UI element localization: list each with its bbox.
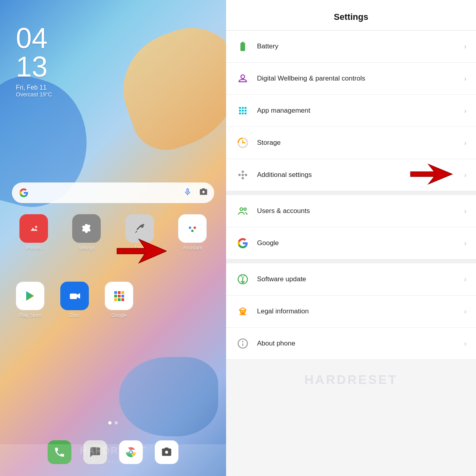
svg-point-6 — [194, 226, 196, 229]
camera-icon[interactable] — [199, 188, 208, 198]
settings-item-legal[interactable]: Legal information › — [226, 296, 476, 328]
wellbeing-label: Digital Wellbeing & parental controls — [257, 74, 460, 83]
svg-marker-32 — [411, 164, 452, 184]
apps-icon — [236, 104, 250, 118]
svg-point-1 — [35, 226, 37, 228]
app-duo[interactable]: Duo — [60, 282, 89, 318]
wellbeing-chevron: › — [464, 75, 466, 83]
users-icon — [236, 204, 250, 218]
apps-label: App management — [257, 106, 460, 115]
photos-label: Photos — [26, 245, 41, 251]
settings-item-wellbeing[interactable]: Digital Wellbeing & parental controls › — [226, 63, 476, 95]
battery-icon — [236, 39, 250, 54]
settings-item-storage[interactable]: Storage › — [226, 127, 476, 159]
settings-list: Battery › Digital Wellbeing & parental c… — [226, 31, 476, 360]
bottom-dock — [48, 440, 178, 464]
bg-blob-3 — [119, 357, 218, 436]
clock-weather: Overcast 19°C — [16, 91, 52, 98]
duo-icon — [60, 282, 89, 310]
users-label: Users & accounts — [257, 207, 460, 215]
google-logo — [18, 187, 29, 198]
svg-rect-18 — [114, 298, 117, 301]
watermark-right-area: HARDRESET — [226, 360, 476, 399]
dock-phone[interactable] — [48, 440, 71, 464]
playstore-label: Play Store — [19, 313, 41, 318]
app-row-1: Photos Settings Tools — [12, 214, 214, 251]
legal-label: Legal information — [257, 307, 460, 316]
dock-camera[interactable] — [155, 440, 178, 464]
svg-point-30 — [245, 174, 247, 176]
battery-chevron: › — [464, 42, 466, 51]
app-assistant[interactable]: Assistant — [178, 214, 207, 251]
app-settings[interactable]: Settings — [72, 214, 101, 251]
settings-item-google[interactable]: Google › — [226, 227, 476, 259]
svg-point-25 — [241, 75, 244, 79]
google-icon — [236, 236, 250, 250]
svg-marker-11 — [77, 293, 80, 299]
phone-settings-arrow — [115, 237, 167, 267]
battery-label: Battery — [257, 42, 460, 51]
dot-2 — [115, 421, 118, 424]
svg-point-29 — [239, 174, 240, 176]
settings-icon — [72, 214, 101, 243]
update-label: Software update — [257, 275, 460, 284]
svg-point-21 — [126, 447, 136, 457]
app-playstore[interactable]: Play Store — [16, 282, 44, 318]
svg-point-7 — [191, 230, 194, 232]
photos-icon — [19, 214, 48, 243]
update-chevron: › — [464, 275, 466, 284]
google-apps-icon — [105, 282, 133, 310]
settings-item-additional[interactable]: Additional settings › — [226, 159, 476, 191]
svg-point-24 — [130, 451, 132, 453]
svg-marker-9 — [26, 291, 34, 301]
phone-screen: 04 13 Fri, Feb 11 Overcast 19°C — [0, 0, 226, 476]
settings-panel: Settings Battery › Digital Wellbeing & p… — [226, 0, 476, 476]
settings-item-update[interactable]: Software update › — [226, 263, 476, 296]
search-bar[interactable] — [12, 182, 214, 203]
svg-point-33 — [240, 208, 243, 211]
app-google[interactable]: Google — [105, 282, 133, 318]
settings-app-label: Settings — [78, 245, 95, 251]
app-row-2: Play Store Duo — [12, 282, 214, 318]
about-label: About phone — [257, 339, 460, 348]
additional-settings-arrow — [409, 162, 456, 188]
google-label: Google — [111, 313, 127, 318]
svg-point-34 — [244, 208, 246, 210]
svg-point-27 — [242, 171, 244, 173]
svg-point-0 — [27, 222, 40, 235]
storage-icon — [236, 136, 250, 150]
app-photos[interactable]: Photos — [19, 214, 48, 251]
dock-messages[interactable] — [83, 440, 107, 464]
svg-point-31 — [242, 177, 244, 179]
svg-rect-20 — [121, 298, 124, 301]
svg-rect-15 — [114, 295, 117, 298]
watermark-left-sub: INFO — [106, 459, 121, 464]
additional-chevron: › — [464, 171, 466, 179]
divider-2 — [226, 259, 476, 263]
settings-item-users[interactable]: Users & accounts › — [226, 195, 476, 227]
svg-rect-14 — [121, 291, 124, 294]
clock-hour: 04 — [16, 24, 52, 52]
settings-item-battery[interactable]: Battery › — [226, 31, 476, 63]
apps-chevron: › — [464, 107, 466, 115]
svg-rect-16 — [118, 295, 121, 298]
google-chevron: › — [464, 239, 466, 248]
svg-point-4 — [187, 223, 198, 234]
dock-chrome[interactable] — [119, 440, 143, 464]
settings-item-about[interactable]: About phone › — [226, 328, 476, 360]
mic-icon[interactable] — [183, 188, 192, 198]
about-chevron: › — [464, 340, 466, 348]
clock-area: 04 13 Fri, Feb 11 Overcast 19°C — [16, 24, 52, 98]
users-chevron: › — [464, 207, 466, 215]
svg-point-28 — [242, 174, 244, 176]
svg-point-22 — [129, 450, 133, 454]
watermark-right: HARDRESET — [304, 372, 397, 387]
clock-minute: 13 — [16, 52, 52, 81]
svg-rect-17 — [121, 295, 124, 298]
page-dots — [108, 421, 118, 424]
additional-icon — [236, 168, 250, 182]
svg-rect-19 — [118, 298, 121, 301]
clock-date: Fri, Feb 11 — [16, 84, 52, 91]
svg-rect-10 — [70, 294, 77, 299]
settings-item-apps[interactable]: App management › — [226, 95, 476, 127]
